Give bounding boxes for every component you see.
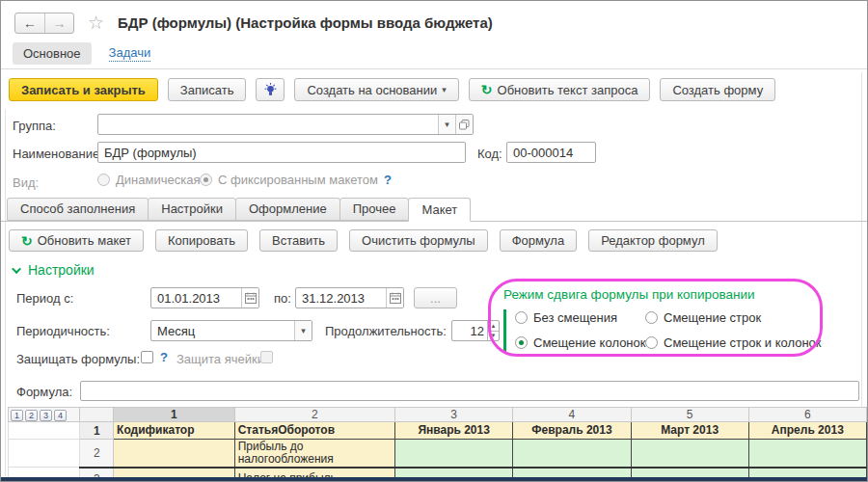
grid-cell[interactable] bbox=[395, 440, 513, 468]
duration-stepper[interactable]: 12 ▲ ▼ bbox=[451, 320, 500, 341]
calendar-icon[interactable] bbox=[386, 288, 403, 308]
create-based-on-button[interactable]: Создать на основании ▾ bbox=[294, 78, 458, 101]
column-header-5[interactable]: 5 bbox=[631, 408, 748, 422]
row-number-2[interactable]: 2 bbox=[80, 440, 114, 468]
grid-cell[interactable]: Прибыль до налогообложения bbox=[234, 440, 394, 468]
group-label: Группа: bbox=[13, 119, 56, 133]
code-label: Код: bbox=[477, 147, 502, 161]
open-list-icon[interactable] bbox=[455, 115, 473, 134]
create-form-button[interactable]: Создать форму bbox=[660, 78, 775, 101]
radio-shift-columns[interactable] bbox=[515, 336, 528, 349]
period-to-value: 31.12.2013 bbox=[296, 291, 386, 306]
formula-button[interactable]: Формула bbox=[500, 229, 577, 252]
idea-lamp-button[interactable] bbox=[256, 78, 285, 101]
cell-protect-checkbox[interactable] bbox=[260, 351, 273, 363]
name-input[interactable]: БДР (формулы) bbox=[97, 142, 466, 163]
grid-cell[interactable]: Март 2013 bbox=[631, 422, 748, 440]
refresh-layout-label: Обновить макет bbox=[38, 233, 131, 248]
duration-label: Продолжительность: bbox=[325, 324, 447, 338]
lamp-icon bbox=[264, 83, 277, 97]
paste-button[interactable]: Вставить bbox=[259, 229, 338, 252]
shift-mode-title: Режим сдвига формулы при копировании bbox=[503, 287, 755, 302]
nav-tab-tasks[interactable]: Задачи bbox=[109, 45, 151, 62]
spin-up-icon[interactable]: ▲ bbox=[488, 321, 499, 331]
copy-button[interactable]: Копировать bbox=[155, 229, 248, 252]
settings-section-title: Настройки bbox=[28, 262, 95, 278]
grid-cell[interactable]: Кодификатор bbox=[114, 422, 235, 440]
radio-dynamic[interactable] bbox=[97, 174, 110, 186]
help-icon[interactable]: ? bbox=[160, 350, 168, 364]
tab-other[interactable]: Прочее bbox=[339, 198, 410, 221]
tab-layout[interactable]: Макет bbox=[408, 198, 471, 222]
column-header-1[interactable]: 1 bbox=[114, 408, 235, 422]
grid-cell[interactable] bbox=[513, 440, 631, 468]
period-from-input[interactable]: 01.01.2013 bbox=[150, 287, 259, 308]
back-arrow-icon[interactable]: ← bbox=[15, 13, 44, 33]
app-window: ← → ☆ БДР (формулы) (Настройка формы вво… bbox=[0, 0, 868, 482]
grid-cell[interactable]: Апрель 2013 bbox=[748, 422, 866, 440]
grid-cell[interactable] bbox=[114, 440, 235, 468]
grid-cell[interactable] bbox=[631, 440, 748, 468]
refresh-icon: ↻ bbox=[21, 234, 33, 248]
layout-tabstrip: Способ заполнения Настройки Оформление П… bbox=[7, 198, 470, 222]
tab-fill-method[interactable]: Способ заполнения bbox=[7, 198, 149, 221]
kind-label: Вид: bbox=[13, 175, 39, 190]
group-level-1-button[interactable]: 1 bbox=[11, 410, 23, 421]
radio-no-shift-label: Без смещения bbox=[533, 310, 617, 325]
row-header-corner[interactable] bbox=[80, 408, 114, 422]
refresh-query-button[interactable]: ↻ Обновить текст запроса bbox=[469, 78, 651, 101]
grid-cell[interactable]: Январь 2013 bbox=[395, 422, 513, 440]
save-button[interactable]: Записать bbox=[168, 78, 247, 101]
nav-tab-main[interactable]: Основное bbox=[13, 42, 92, 65]
group-level-4-button[interactable]: 4 bbox=[54, 410, 67, 421]
protect-formulas-label: Защищать формулы: bbox=[16, 352, 140, 366]
radio-shift-rows-label: Смещение строк bbox=[664, 310, 761, 325]
column-header-2[interactable]: 2 bbox=[234, 408, 394, 422]
create-based-on-label: Создать на основании bbox=[307, 83, 437, 97]
group-level-2-button[interactable]: 2 bbox=[25, 410, 38, 421]
tab-appearance[interactable]: Оформление bbox=[235, 198, 340, 221]
window-bottom-edge bbox=[1, 477, 867, 481]
chevron-down-icon: ▾ bbox=[442, 85, 447, 94]
spin-down-icon[interactable]: ▼ bbox=[488, 331, 499, 341]
name-label: Наименование: bbox=[13, 147, 103, 161]
period-to-label: по: bbox=[274, 291, 291, 306]
page-title: БДР (формулы) (Настройка формы ввода бюд… bbox=[118, 14, 493, 31]
radio-fixed-layout[interactable] bbox=[200, 174, 212, 186]
column-header-6[interactable]: 6 bbox=[748, 408, 866, 422]
radio-no-shift[interactable] bbox=[515, 311, 528, 324]
period-to-input[interactable]: 31.12.2013 bbox=[295, 287, 404, 308]
settings-section-toggle[interactable]: Настройки bbox=[14, 262, 95, 278]
more-periods-button[interactable]: ... bbox=[414, 287, 457, 308]
spinner: ▲ ▼ bbox=[487, 321, 499, 340]
formula-input[interactable] bbox=[80, 381, 859, 401]
favorites-star-icon[interactable]: ☆ bbox=[88, 12, 104, 34]
column-header-4[interactable]: 4 bbox=[513, 408, 631, 422]
group-margin-cell bbox=[9, 440, 80, 468]
chevron-down-icon[interactable]: ▾ bbox=[438, 115, 455, 134]
group-margin-cell bbox=[9, 422, 80, 440]
grid-cell[interactable]: СтатьяОборотов bbox=[234, 422, 394, 440]
formula-editor-button[interactable]: Редактор формул bbox=[588, 229, 718, 252]
radio-shift-rows[interactable] bbox=[645, 311, 658, 324]
formula-label: Формула: bbox=[16, 385, 72, 399]
code-input[interactable]: 00-000014 bbox=[506, 142, 596, 163]
radio-shift-rows-columns[interactable] bbox=[645, 336, 658, 349]
grid-cell[interactable] bbox=[748, 440, 866, 468]
grid-cell[interactable]: Февраль 2013 bbox=[513, 422, 631, 440]
periodicity-combobox[interactable]: Месяц ▾ bbox=[150, 320, 312, 341]
column-header-3[interactable]: 3 bbox=[395, 408, 513, 422]
protect-formulas-checkbox[interactable] bbox=[141, 351, 153, 363]
cell-protect-label: Защита ячейки: bbox=[176, 352, 268, 366]
save-close-button[interactable]: Записать и закрыть bbox=[9, 78, 158, 101]
clear-formulas-button[interactable]: Очистить формулы bbox=[349, 229, 488, 252]
tab-settings[interactable]: Настройки bbox=[148, 198, 236, 221]
row-number-1[interactable]: 1 bbox=[80, 422, 114, 440]
group-level-3-button[interactable]: 3 bbox=[40, 410, 52, 421]
help-icon[interactable]: ? bbox=[384, 173, 392, 187]
forward-arrow-icon[interactable]: → bbox=[44, 13, 73, 33]
calendar-icon[interactable] bbox=[241, 288, 258, 308]
refresh-layout-button[interactable]: ↻ Обновить макет bbox=[9, 229, 144, 252]
chevron-down-icon[interactable]: ▾ bbox=[294, 321, 312, 340]
group-combobox[interactable]: ▾ bbox=[97, 114, 474, 135]
